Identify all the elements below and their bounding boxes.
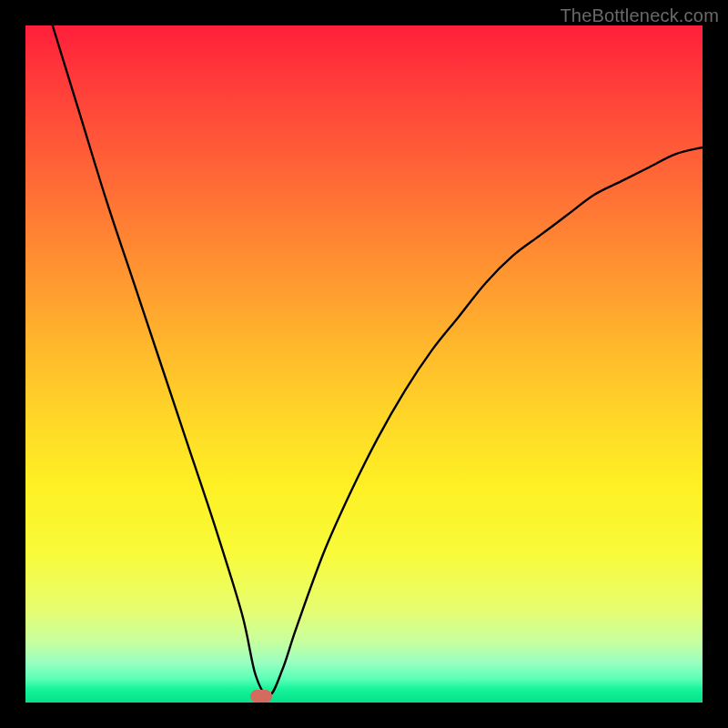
- watermark-text: TheBottleneck.com: [560, 5, 719, 26]
- bottleneck-curve: [25, 25, 703, 703]
- plot-area: [25, 25, 703, 703]
- minimum-marker: [250, 690, 272, 703]
- chart-frame: TheBottleneck.com: [0, 0, 728, 728]
